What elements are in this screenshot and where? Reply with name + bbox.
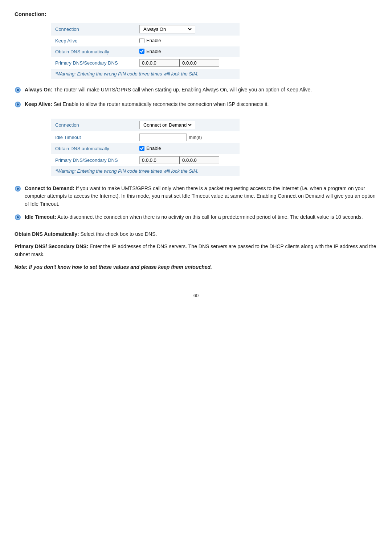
always-on-text: Always On: The router will make UMTS/GPR… bbox=[25, 86, 312, 94]
table-row: Primary DNS/Secondary DNS bbox=[51, 154, 240, 166]
obtain-dns-text-1: Enable bbox=[146, 49, 161, 54]
note-paragraph: Note: If you don't know how to set these… bbox=[15, 263, 377, 271]
svg-point-2 bbox=[17, 89, 19, 91]
keepalive-checkbox[interactable] bbox=[139, 38, 144, 43]
obtain-dns-title: Obtain DNS Automatically: bbox=[15, 231, 79, 237]
warning-row-1: *Warning: Entering the wrong PIN code th… bbox=[51, 69, 240, 79]
note-text: Note: If you don't know how to set these… bbox=[15, 264, 212, 270]
primary-dns-title: Primary DNS/ Secondary DNS: bbox=[15, 243, 88, 249]
secondary-dns-input-2[interactable] bbox=[179, 156, 219, 164]
svg-point-11 bbox=[17, 216, 19, 218]
idle-timeout-input[interactable] bbox=[139, 134, 187, 141]
obtain-dns-text-2: Enable bbox=[146, 145, 161, 151]
warning-text-2: *Warning: Entering the wrong PIN code th… bbox=[51, 166, 240, 176]
list-item: Connect to Demand: If you want to make U… bbox=[15, 185, 377, 208]
table-row: Keep Alive Enable bbox=[51, 36, 240, 46]
keepalive-cell: Enable bbox=[135, 36, 240, 46]
table-row: Connection Always On Connect on Demand M… bbox=[51, 119, 240, 131]
idle-timeout-text: Idle Timeout: Auto-disconnect the connec… bbox=[25, 213, 363, 221]
idle-timeout-desc: Auto-disconnect the connection when ther… bbox=[57, 214, 363, 220]
secondary-dns-input-1[interactable] bbox=[179, 59, 219, 67]
keepalive-label: Keep Alive bbox=[51, 36, 135, 46]
config-table-1: Connection Always On Connect on Demand M… bbox=[51, 23, 240, 79]
connection-select-cell-2: Always On Connect on Demand Manual bbox=[135, 119, 240, 131]
primary-dns-label-2: Primary DNS/Secondary DNS bbox=[51, 154, 135, 166]
connection-label-2: Connection bbox=[51, 119, 135, 131]
bullet-icon-1 bbox=[15, 87, 21, 95]
keep-alive-text: Keep Alive: Set Enable to allow the rout… bbox=[25, 100, 269, 108]
page-number: 60 bbox=[15, 293, 377, 298]
obtain-dns-checkbox-label-1[interactable]: Enable bbox=[139, 49, 161, 54]
obtain-dns-paragraph: Obtain DNS Automatically: Select this ch… bbox=[15, 230, 377, 238]
dns-fields-1 bbox=[139, 59, 235, 67]
keepalive-text: Enable bbox=[146, 38, 161, 43]
primary-dns-label-1: Primary DNS/Secondary DNS bbox=[51, 57, 135, 69]
bullet-list-1: Always On: The router will make UMTS/GPR… bbox=[15, 86, 377, 110]
warning-text-1: *Warning: Entering the wrong PIN code th… bbox=[51, 69, 240, 79]
obtain-dns-cell-1: Enable bbox=[135, 46, 240, 57]
connection-select-2[interactable]: Always On Connect on Demand Manual bbox=[142, 122, 193, 128]
connection-select-wrapper[interactable]: Always On Connect on Demand Manual bbox=[139, 25, 195, 33]
connection-select-cell: Always On Connect on Demand Manual bbox=[135, 23, 240, 36]
connection-select-wrapper-2[interactable]: Always On Connect on Demand Manual bbox=[139, 121, 195, 129]
obtain-dns-label-2: Obtain DNS automatically bbox=[51, 143, 135, 154]
list-item: Idle Timeout: Auto-disconnect the connec… bbox=[15, 213, 377, 223]
connect-demand-text: Connect to Demand: If you want to make U… bbox=[25, 185, 377, 208]
obtain-dns-cell-2: Enable bbox=[135, 143, 240, 154]
connection-label: Connection bbox=[51, 23, 135, 36]
primary-dns-input-1[interactable] bbox=[139, 59, 179, 67]
list-item: Always On: The router will make UMTS/GPR… bbox=[15, 86, 377, 95]
obtain-dns-checkbox-label-2[interactable]: Enable bbox=[139, 145, 161, 151]
bottom-section: Obtain DNS Automatically: Select this ch… bbox=[15, 230, 377, 271]
idle-timeout-cell: min(s) bbox=[135, 131, 240, 143]
list-item: Keep Alive: Set Enable to allow the rout… bbox=[15, 100, 377, 110]
obtain-dns-checkbox-1[interactable] bbox=[139, 49, 144, 54]
primary-dns-paragraph: Primary DNS/ Secondary DNS: Enter the IP… bbox=[15, 242, 377, 259]
table-row: Obtain DNS automatically Enable bbox=[51, 46, 240, 57]
primary-dns-input-2[interactable] bbox=[139, 156, 179, 164]
table-row: Primary DNS/Secondary DNS bbox=[51, 57, 240, 69]
always-on-desc: The router will make UMTS/GPRS call when… bbox=[54, 87, 312, 93]
bullet-icon-3 bbox=[15, 185, 21, 194]
warning-row-2: *Warning: Entering the wrong PIN code th… bbox=[51, 166, 240, 176]
table-row: Connection Always On Connect on Demand M… bbox=[51, 23, 240, 36]
obtain-dns-label-1: Obtain DNS automatically bbox=[51, 46, 135, 57]
idle-timeout-unit: min(s) bbox=[189, 135, 202, 140]
dns-fields-2 bbox=[139, 156, 235, 164]
keep-alive-desc: Set Enable to allow the router automatic… bbox=[54, 101, 269, 107]
table-row: Idle Timeout min(s) bbox=[51, 131, 240, 143]
table-row: Obtain DNS automatically Enable bbox=[51, 143, 240, 154]
keepalive-checkbox-label[interactable]: Enable bbox=[139, 38, 161, 43]
connection-select[interactable]: Always On Connect on Demand Manual bbox=[142, 26, 193, 32]
primary-dns-cell-2 bbox=[135, 154, 240, 166]
svg-point-5 bbox=[17, 103, 19, 106]
config-table-2: Connection Always On Connect on Demand M… bbox=[51, 119, 240, 176]
section1-title: Connection: bbox=[15, 11, 377, 17]
primary-dns-cell-1 bbox=[135, 57, 240, 69]
connect-demand-desc: If you want to make UMTS/GPRS call only … bbox=[25, 185, 376, 207]
idle-timeout-label: Idle Timeout bbox=[51, 131, 135, 143]
obtain-dns-checkbox-2[interactable] bbox=[139, 146, 144, 151]
bullet-list-2: Connect to Demand: If you want to make U… bbox=[15, 185, 377, 223]
bullet-icon-2 bbox=[15, 101, 21, 110]
svg-point-8 bbox=[17, 188, 19, 190]
bullet-icon-4 bbox=[15, 214, 21, 223]
